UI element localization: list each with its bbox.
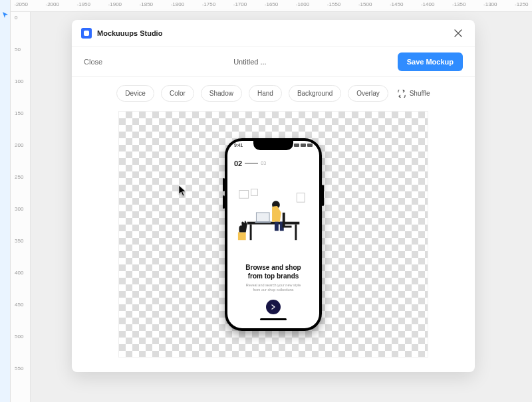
app-name: Mockuuups Studio: [97, 29, 162, 37]
ruler-tick: 50: [15, 47, 21, 52]
svg-rect-8: [255, 221, 271, 223]
ruler-tick: 250: [15, 174, 23, 180]
subline-line2: from our shop collections: [253, 288, 293, 292]
app-logo-icon: [81, 28, 92, 39]
battery-icon: [307, 144, 313, 147]
cursor-indicator-icon: [3, 12, 9, 19]
svg-rect-2: [251, 189, 258, 195]
ruler-tick: -2050: [14, 1, 27, 7]
save-mockup-button[interactable]: Save Mockup: [398, 52, 463, 71]
svg-rect-6: [295, 224, 297, 240]
ruler-tick: -1850: [140, 1, 153, 7]
pager-current: 02: [234, 159, 242, 167]
pager-line: [245, 163, 258, 163]
ruler-tick: 150: [15, 110, 23, 116]
ruler-tick: 100: [15, 78, 23, 84]
ruler-tick: -1300: [483, 1, 497, 7]
ruler-tick: -1800: [171, 1, 184, 7]
svg-rect-13: [283, 225, 292, 227]
filter-shadow[interactable]: Shadow: [201, 85, 242, 102]
phone-notch: [253, 141, 293, 150]
phone-volume-up: [223, 178, 225, 191]
filter-hand[interactable]: Hand: [249, 85, 282, 102]
arrow-right-icon: [271, 304, 276, 310]
ruler-tick: -1500: [358, 1, 372, 7]
close-button[interactable]: Close: [84, 58, 102, 66]
onboarding-subline: Reveal and search your new style from ou…: [234, 283, 313, 292]
onboarding-screen: 02 03: [227, 155, 319, 328]
ruler-tick: -2000: [45, 1, 59, 7]
headline-line2: from top brands: [248, 272, 299, 280]
filter-color[interactable]: Color: [161, 85, 194, 102]
ruler-tick: -1700: [233, 1, 247, 7]
ruler-tick: 400: [15, 270, 23, 276]
ruler-tick: 450: [15, 302, 23, 308]
filter-background[interactable]: Background: [289, 85, 341, 102]
svg-rect-1: [239, 190, 249, 198]
document-title: Untitled ...: [102, 58, 398, 66]
filter-overlay[interactable]: Overlay: [348, 85, 388, 102]
shuffle-icon: [398, 90, 406, 98]
svg-rect-3: [297, 193, 305, 202]
phone-volume-down: [223, 195, 225, 209]
wifi-icon: [301, 144, 306, 147]
mockup-preview-stage[interactable]: 9:41 02 03: [118, 111, 428, 357]
phone-screen: 9:41 02 03: [227, 141, 319, 328]
ruler-tick: -1750: [202, 1, 215, 7]
svg-rect-14: [238, 232, 246, 240]
figma-left-strip: [0, 0, 11, 402]
page-indicator: 02 03: [234, 159, 313, 167]
ruler-tick: -1600: [296, 1, 309, 7]
filter-device[interactable]: Device: [116, 85, 154, 102]
ruler-tick: -1450: [390, 1, 403, 7]
modal-subheader: Close Untitled ... Save Mockup: [72, 47, 475, 77]
svg-rect-10: [275, 221, 279, 231]
ruler-tick: 500: [15, 334, 23, 340]
shuffle-label: Shuffle: [410, 90, 430, 97]
ruler-tick: 300: [15, 206, 23, 212]
subline-line1: Reveal and search your new style: [246, 283, 301, 287]
svg-rect-7: [256, 212, 269, 221]
phone-device-frame: 9:41 02 03: [225, 138, 322, 331]
ruler-tick: -1400: [421, 1, 434, 7]
horizontal-ruler: -2050 -2000 -1950 -1900 -1850 -1800 -175…: [11, 0, 532, 12]
ruler-tick: 350: [15, 238, 23, 244]
ruler-tick: -1950: [77, 1, 90, 7]
modal-titlebar: Mockuuups Studio: [72, 20, 475, 47]
onboarding-headline: Browse and shop from top brands: [234, 264, 313, 280]
svg-marker-0: [3, 12, 8, 18]
status-indicators: [294, 143, 313, 148]
close-icon[interactable]: [451, 26, 466, 41]
headline-line1: Browse and shop: [245, 264, 301, 271]
home-indicator: [260, 318, 287, 320]
ruler-tick: -1900: [108, 1, 122, 7]
ruler-tick: 550: [15, 365, 23, 371]
signal-icon: [294, 144, 299, 147]
ruler-tick: -1350: [452, 1, 466, 7]
ruler-tick: 200: [15, 142, 23, 148]
mockuuups-plugin-modal: Mockuuups Studio Close Untitled ... Save…: [72, 20, 475, 372]
onboarding-illustration: [234, 171, 313, 260]
status-time: 9:41: [234, 143, 243, 148]
ruler-tick: 0: [15, 15, 17, 21]
ruler-tick: -1550: [327, 1, 340, 7]
shuffle-button[interactable]: Shuffle: [398, 90, 430, 98]
next-button: [266, 300, 281, 314]
vertical-ruler: 0 50 100 150 200 250 300 350 400 450 500…: [11, 12, 31, 402]
ruler-tick: -1250: [515, 1, 528, 7]
ruler-tick: -1650: [265, 1, 278, 7]
svg-rect-12: [283, 212, 285, 227]
pager-total: 03: [261, 161, 266, 165]
filter-toolbar: Device Color Shadow Hand Background Over…: [72, 77, 475, 111]
svg-rect-5: [250, 224, 252, 240]
phone-power-button: [322, 185, 324, 206]
mouse-cursor-icon: [178, 185, 188, 197]
